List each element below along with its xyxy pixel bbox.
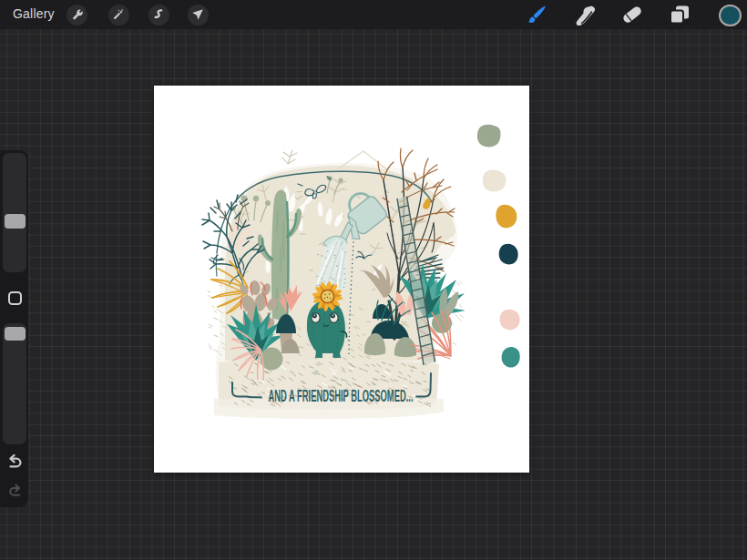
svg-text:AND A FRIENDSHIP BLOSSOMED...: AND A FRIENDSHIP BLOSSOMED...	[269, 387, 414, 405]
